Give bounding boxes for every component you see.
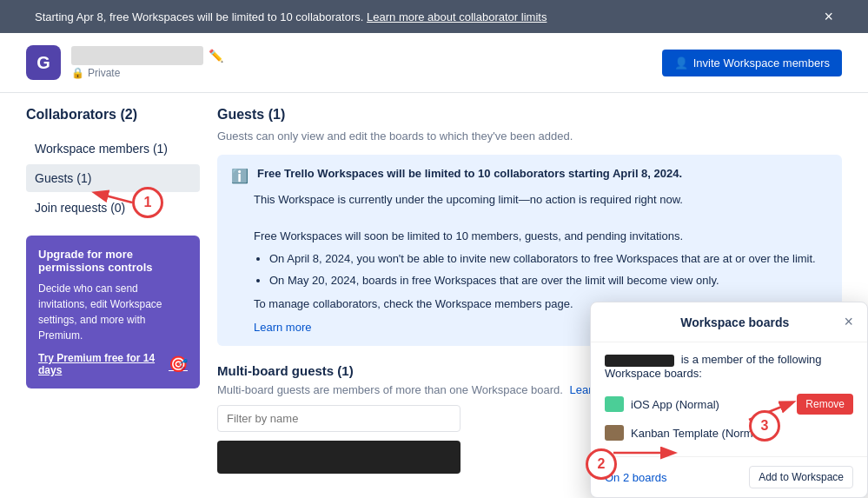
popup-close-button[interactable]: × xyxy=(844,313,853,331)
collaborators-title: Collaborators (2) xyxy=(26,107,200,123)
annotation-2: 2 xyxy=(586,448,617,480)
workspace-avatar: G xyxy=(26,45,61,80)
header: G ████████████ ✏️ 🔒 Private 👤 Invite Wor… xyxy=(0,33,868,93)
sidebar-item-guests[interactable]: Guests (1) xyxy=(26,164,200,192)
info-line2: Free Workspaces will soon be limited to … xyxy=(254,228,828,246)
add-to-workspace-button[interactable]: Add to Workspace xyxy=(749,466,853,488)
guests-section-title: Guests (1) xyxy=(217,107,842,123)
board-item-kanban: Kanban Template (Normal) xyxy=(605,420,853,446)
popup-member-text: is a member of the following Workspace b… xyxy=(605,353,853,380)
remove-ios-button[interactable]: Remove xyxy=(797,394,853,415)
edit-icon[interactable]: ✏️ xyxy=(209,49,223,63)
info-line1: This Workspace is currently under the up… xyxy=(254,191,828,209)
filter-by-name-input[interactable] xyxy=(217,405,461,432)
sidebar-premium: Upgrade for more permissions controls De… xyxy=(26,236,200,388)
banner: Starting Apr 8, free Workspaces will be … xyxy=(0,0,868,33)
guests-description: Guests can only view and edit the boards… xyxy=(217,129,842,143)
board-item-kanban-left: Kanban Template (Normal) xyxy=(605,425,765,441)
popup-title: Workspace boards xyxy=(626,315,844,329)
info-bullets: On April 8, 2024, you won't be able to i… xyxy=(269,250,828,290)
member-name-redacted xyxy=(605,355,674,367)
popup-header: Workspace boards × xyxy=(591,302,867,342)
premium-desc: Decide who can send invitations, edit Wo… xyxy=(38,281,188,343)
workspace-boards-popup: Workspace boards × is a member of the fo… xyxy=(590,302,868,498)
header-left: G ████████████ ✏️ 🔒 Private xyxy=(26,45,223,80)
annotation-3: 3 xyxy=(749,410,780,442)
workspace-name-text: ████████████ xyxy=(71,46,203,65)
info-icon: ℹ️ xyxy=(231,168,248,184)
board-color-ios xyxy=(605,396,624,412)
sidebar-item-join-requests[interactable]: Join requests (0) xyxy=(26,194,200,222)
info-learn-more[interactable]: Learn more xyxy=(254,321,311,334)
annotation-1: 1 xyxy=(132,187,163,218)
popup-body: is a member of the following Workspace b… xyxy=(591,342,867,456)
workspace-privacy: 🔒 Private xyxy=(71,67,223,79)
board-name-ios: iOS App (Normal) xyxy=(631,398,719,411)
sidebar-item-workspace-members[interactable]: Workspace members (1) xyxy=(26,135,200,163)
banner-close-button[interactable]: × xyxy=(824,9,833,24)
trello-icon: 🎯 xyxy=(169,355,188,374)
lock-icon: 🔒 xyxy=(71,67,84,79)
banner-link[interactable]: Learn more about collaborator limits xyxy=(367,10,547,23)
guest-card xyxy=(217,441,461,474)
workspace-name-row: ████████████ ✏️ xyxy=(71,46,223,65)
info-box-header: ℹ️ Free Trello Workspaces will be limite… xyxy=(231,167,828,184)
board-name-kanban: Kanban Template (Normal) xyxy=(631,427,765,440)
board-item-ios-left: iOS App (Normal) xyxy=(605,396,719,412)
workspace-info: ████████████ ✏️ 🔒 Private xyxy=(71,46,223,79)
info-bullet1: On April 8, 2024, you won't be able to i… xyxy=(269,250,828,269)
board-item-ios: iOS App (Normal) Remove xyxy=(605,388,853,420)
info-bullet2: On May 20, 2024, boards in free Workspac… xyxy=(269,272,828,290)
premium-link[interactable]: Try Premium free for 14 days 🎯 xyxy=(38,352,188,376)
info-box-title: Free Trello Workspaces will be limited t… xyxy=(257,167,682,180)
info-box-body: This Workspace is currently under the up… xyxy=(254,191,828,314)
sidebar: Collaborators (2) Workspace members (1) … xyxy=(26,107,200,474)
person-add-icon: 👤 xyxy=(674,56,688,70)
board-color-kanban xyxy=(605,425,624,441)
popup-footer: On 2 boards Add to Workspace xyxy=(591,456,867,497)
premium-title: Upgrade for more permissions controls xyxy=(38,248,188,274)
invite-workspace-members-button[interactable]: 👤 Invite Workspace members xyxy=(662,50,842,76)
banner-text: Starting Apr 8, free Workspaces will be … xyxy=(35,10,547,23)
